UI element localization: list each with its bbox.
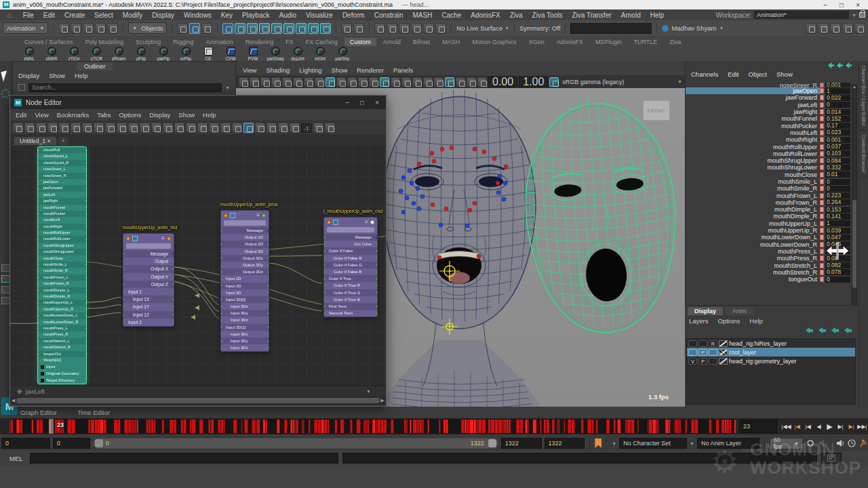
- exposure-toggle-icon[interactable]: [467, 77, 476, 87]
- highlight-selection-icon[interactable]: [353, 23, 364, 34]
- node-menu-icon[interactable]: ≡: [161, 236, 165, 241]
- menu-item-display[interactable]: Display: [147, 12, 179, 19]
- channel-speed-icon[interactable]: [837, 62, 843, 68]
- outliner-search-input[interactable]: Search...: [28, 83, 222, 92]
- channel-menu-edit[interactable]: Edit: [728, 70, 738, 78]
- node-attr-Input-3D-0-[interactable]: Input 3D[0]: [221, 296, 269, 303]
- input-port[interactable]: [324, 312, 326, 315]
- channel-row-partial[interactable]: noseSneer_R0.001: [686, 83, 852, 87]
- anti-alias-icon[interactable]: [391, 77, 400, 87]
- node-attr-Color-If-False-G[interactable]: Color If False G: [324, 262, 377, 268]
- node-attr-tongueOut[interactable]: tongueOut: [38, 351, 86, 357]
- shelf-tab-mash[interactable]: MASH: [437, 38, 465, 46]
- select-by-hierarchy-icon[interactable]: [177, 23, 188, 34]
- snap-to-points-icon[interactable]: [259, 23, 270, 34]
- command-language-label[interactable]: MEL: [9, 455, 26, 462]
- input-port[interactable]: [221, 305, 222, 308]
- channel-row-jawRight[interactable]: jawRight0.014: [686, 108, 852, 115]
- node-attr-Output-3Dz[interactable]: Output 3Dz: [221, 268, 269, 275]
- side-tab-channel-box-layer-editor[interactable]: Channel Box / Layer Editor: [859, 61, 868, 131]
- filter-icon[interactable]: [18, 84, 25, 91]
- node-attr-mouthClose[interactable]: mouthClose: [38, 256, 86, 262]
- input-port[interactable]: [38, 212, 39, 216]
- node-editor-menu-show[interactable]: Show: [178, 111, 195, 119]
- input-port[interactable]: [221, 264, 222, 267]
- channel-value[interactable]: 0.001: [825, 137, 850, 143]
- shelf-item-zRnam[interactable]: zRnam: [108, 47, 129, 61]
- playback-end-field[interactable]: 1322: [501, 438, 542, 449]
- output-port[interactable]: [172, 252, 174, 256]
- select-by-object-icon[interactable]: [189, 23, 200, 34]
- node-attr-mouthFrown-L[interactable]: mouthFrown_L: [38, 274, 86, 281]
- node-attr-Second-Term[interactable]: Second Term: [324, 310, 377, 317]
- input-port[interactable]: [221, 291, 222, 294]
- step-forward-frame-button[interactable]: ▶|: [835, 420, 846, 433]
- input-port[interactable]: [38, 263, 39, 266]
- shelf-item-pFlip[interactable]: pFlip: [131, 47, 151, 61]
- menu-item-key[interactable]: Key: [216, 12, 237, 19]
- output-port[interactable]: [172, 283, 174, 286]
- node-attr-Message[interactable]: Message: [221, 227, 269, 234]
- input-port[interactable]: [38, 206, 39, 209]
- node-header[interactable]: ≡: [123, 234, 174, 243]
- output-port[interactable]: [267, 249, 269, 253]
- panel-menu-panels[interactable]: Panels: [393, 66, 413, 75]
- shelf-tab-bifrost[interactable]: Bifrost: [408, 38, 436, 46]
- input-port[interactable]: [38, 155, 39, 159]
- selection-mask-select[interactable]: ▼Objects: [128, 22, 167, 34]
- node-attr-Output-Y[interactable]: Output Y: [123, 273, 174, 281]
- input-port[interactable]: [38, 225, 39, 228]
- output-port[interactable]: [85, 167, 86, 171]
- output-port[interactable]: [85, 257, 86, 260]
- node-attr-Input-1Z[interactable]: Input 1Z: [123, 311, 174, 319]
- channel-row-mouthStretch_L[interactable]: mouthStretch_L0.082: [686, 262, 852, 268]
- color-management-icon[interactable]: [549, 77, 559, 87]
- channel-value[interactable]: 0: [825, 179, 850, 185]
- maximize-icon[interactable]: □: [360, 99, 364, 106]
- channel-row-mouthDimple_R[interactable]: mouthDimple_R0.141: [686, 213, 852, 220]
- node-attr-noseSneer-R[interactable]: noseSneer_R: [38, 173, 86, 179]
- go-to-start-button[interactable]: |◀◀: [781, 420, 791, 433]
- input-port[interactable]: [38, 327, 39, 330]
- gate-mask-icon[interactable]: [434, 77, 443, 87]
- node-attr-Input-3Dz[interactable]: Input 3Dz: [221, 317, 269, 323]
- channel-value[interactable]: 0.047: [825, 235, 850, 241]
- outliner-menu-show[interactable]: Show: [49, 72, 65, 79]
- xray-joints-icon[interactable]: [456, 77, 465, 87]
- input-port[interactable]: [38, 167, 39, 171]
- node-attr-Input-3D[interactable]: Input 3D: [221, 289, 269, 296]
- lasso-tool-icon[interactable]: [1, 89, 9, 98]
- output-port[interactable]: [85, 289, 86, 292]
- menu-item-windows[interactable]: Windows: [179, 12, 216, 19]
- output-port[interactable]: [85, 187, 86, 190]
- input-port[interactable]: [324, 304, 326, 308]
- channel-value[interactable]: 0: [825, 102, 850, 108]
- input-port[interactable]: [123, 305, 125, 308]
- outliner-menu-help[interactable]: Help: [75, 72, 88, 79]
- node-attr-Original-Geometry[interactable]: Original Geometry: [38, 370, 86, 377]
- layer-toggle[interactable]: P: [698, 349, 707, 356]
- channel-menu-channels[interactable]: Channels: [691, 70, 718, 78]
- node-attr-Output-3D[interactable]: Output 3D: [221, 248, 269, 255]
- input-port[interactable]: [123, 260, 125, 263]
- keyframe-ticks[interactable]: [9, 419, 736, 434]
- shelf-item-CE[interactable]: CE: [198, 47, 218, 61]
- input-port[interactable]: [38, 231, 39, 235]
- output-port[interactable]: [376, 277, 377, 281]
- input-port[interactable]: [123, 290, 125, 293]
- channel-value[interactable]: 0.037: [825, 144, 850, 150]
- channel-row-mouthUpperUp_L[interactable]: mouthUpperUp_L1: [686, 220, 852, 227]
- output-port[interactable]: [85, 327, 86, 330]
- output-port[interactable]: [85, 199, 86, 203]
- input-port[interactable]: [324, 277, 326, 281]
- history-a-icon[interactable]: [411, 23, 422, 34]
- shelf-item-zTiOn[interactable]: zTiOn: [64, 47, 84, 61]
- input-port[interactable]: [221, 332, 222, 336]
- layer-color-swatch[interactable]: [719, 349, 728, 356]
- channel-value[interactable]: 0.023: [825, 129, 850, 136]
- select-camera-icon[interactable]: [239, 77, 248, 87]
- node-attr-mouthSmile-R[interactable]: mouthSmile_R: [38, 268, 86, 274]
- go-to-end-button[interactable]: ▶▶|: [857, 420, 867, 433]
- node-editor-menu-help[interactable]: Help: [203, 111, 216, 119]
- history-c-icon[interactable]: [435, 23, 446, 34]
